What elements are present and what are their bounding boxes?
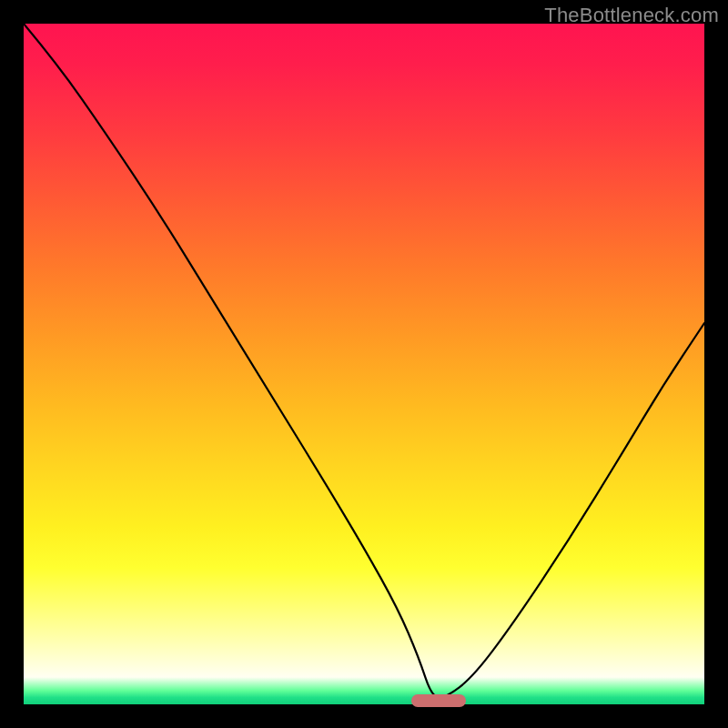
optimal-range-marker	[411, 694, 466, 707]
curve-svg	[24, 24, 704, 704]
plot-area	[24, 24, 704, 704]
chart-frame: TheBottleneck.com	[0, 0, 728, 728]
bottleneck-curve	[24, 24, 704, 698]
